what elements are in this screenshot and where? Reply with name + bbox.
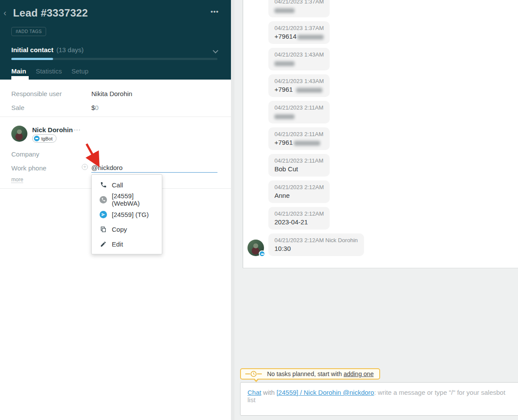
tgbot-badge-label: tgBot (41, 136, 53, 141)
menu-item-label: [24559] (TG) (112, 211, 149, 218)
company-value[interactable]: .. (91, 150, 95, 158)
message-card[interactable]: 04/21/2023 2:12AM 2023-04-21 (268, 207, 330, 230)
stage-progress-fill (11, 58, 53, 60)
responsible-user-value[interactable]: Nikita Dorohin (91, 90, 132, 97)
message-time: 04/21/2023 2:11AM (274, 104, 324, 111)
more-link[interactable]: more (11, 177, 23, 183)
overflow-menu-icon[interactable]: ••• (211, 8, 219, 15)
chat-recipient-link[interactable]: [24559] / Nick Dorohin @nickdoro (277, 389, 374, 396)
message-time: 04/21/2023 1:43AM (274, 51, 324, 58)
active-tab-indicator (11, 76, 29, 80)
phone-icon (100, 181, 107, 189)
redacted-text (274, 8, 294, 13)
pipeline-stage[interactable]: Initial contact (13 days) (11, 46, 218, 53)
message-text: +79614 (274, 33, 324, 40)
pencil-icon (100, 240, 107, 248)
message-text-visible: +79614 (274, 33, 296, 40)
message-time: 04/21/2023 2:12AM (274, 210, 324, 217)
chat-mode-link[interactable]: Chat (247, 389, 261, 396)
message-text (274, 112, 324, 120)
crm-lead-screen: ‹ Lead #3337322 ••• #ADD TAGS Initial co… (0, 0, 518, 420)
responsible-user-label: Responsible user (11, 90, 62, 97)
menu-item-tg[interactable]: [24559] (TG) (92, 207, 162, 222)
contact-avatar[interactable] (11, 126, 27, 142)
back-icon[interactable]: ‹ (3, 8, 7, 18)
lead-header: ‹ Lead #3337322 ••• #ADD TAGS Initial co… (0, 0, 231, 80)
message-text: Bob Cut (274, 165, 324, 173)
message-time: 04/21/2023 2:12AM (274, 184, 324, 190)
add-tags-button[interactable]: #ADD TAGS (11, 27, 46, 36)
message-card[interactable]: 04/21/2023 1:43AM (268, 48, 330, 70)
clock-icon (245, 370, 262, 377)
message-time: 04/21/2023 1:37AM (274, 0, 324, 5)
telegram-badge-icon (259, 250, 265, 257)
message-text: +7961 (274, 86, 324, 93)
contact-name[interactable]: Nick Dorohin (32, 126, 73, 133)
telegram-icon (100, 211, 107, 218)
add-task-link[interactable]: adding one (344, 370, 374, 377)
message-text (274, 59, 324, 67)
menu-item-copy[interactable]: Copy (92, 222, 162, 237)
message-card[interactable]: 04/21/2023 1:37AM +79614 (268, 21, 330, 44)
redacted-text (274, 61, 294, 66)
no-tasks-notice: No tasks planned, start with adding one (240, 368, 380, 380)
message-card[interactable]: 04/21/2023 2:11AM +7961 (268, 127, 330, 150)
message-text-visible: +7961 (274, 139, 293, 146)
message-text: 2023-04-21 (274, 218, 324, 226)
menu-item-label: [24559] (WebWA) (112, 192, 162, 207)
work-phone-label: Work phone (11, 164, 47, 172)
lead-tabs: Main Statistics Setup (11, 67, 88, 75)
add-phone-icon[interactable]: + (82, 164, 88, 170)
message-time: 04/21/2023 2:12AM Nick Dorohin (274, 237, 358, 243)
message-text (274, 6, 324, 13)
phone-input-underline (91, 172, 217, 173)
redacted-digits (297, 35, 324, 40)
phone-actions-menu: Call [24559] (WebWA) [24559] (TG) Copy E… (91, 174, 162, 254)
message-time: 04/21/2023 1:37AM (274, 25, 324, 31)
stage-duration: (13 days) (57, 46, 84, 53)
sale-amount: 0 (95, 104, 98, 111)
message-card[interactable]: 04/21/2023 2:11AM (268, 101, 330, 123)
menu-item-call[interactable]: Call (92, 177, 162, 192)
menu-item-label: Call (112, 181, 123, 189)
chat-message-input[interactable]: Chat with [24559] / Nick Dorohin @nickdo… (240, 382, 518, 416)
menu-item-edit[interactable]: Edit (92, 237, 162, 251)
tgbot-badge[interactable]: tgBot (32, 134, 57, 143)
message-text: Anne (274, 192, 324, 199)
copy-icon (100, 226, 107, 233)
whatsapp-icon (100, 196, 107, 203)
company-label: Company (11, 150, 39, 158)
sale-label: Sale (11, 104, 24, 111)
tab-setup[interactable]: Setup (71, 67, 88, 75)
message-avatar[interactable] (247, 240, 264, 256)
message-card[interactable]: 04/21/2023 2:12AM Anne (268, 180, 330, 203)
menu-item-webwa[interactable]: [24559] (WebWA) (92, 192, 162, 207)
page-title: Lead #3337322 (13, 7, 88, 19)
stage-progress-bar[interactable] (11, 58, 217, 60)
sale-value[interactable]: $0 (91, 104, 99, 111)
message-text: +7961 (274, 139, 324, 146)
tab-main[interactable]: Main (11, 67, 26, 75)
panel-gutter (231, 0, 234, 420)
company-row: Company .. (0, 150, 231, 159)
redacted-digits (294, 141, 320, 146)
message-card[interactable]: 04/21/2023 1:43AM +7961 (268, 74, 330, 97)
redacted-digits (296, 88, 322, 93)
work-phone-input[interactable]: @nickdoro (91, 164, 123, 171)
tab-statistics[interactable]: Statistics (36, 67, 62, 75)
chat-with-text: with (261, 389, 277, 396)
no-tasks-text: No tasks planned, start with adding one (267, 370, 374, 377)
message-card[interactable]: 04/21/2023 2:12AM Nick Dorohin 10:30 (268, 233, 364, 256)
chat-feed: 04/21/2023 1:37AM 04/21/2023 1:37AM +796… (243, 0, 518, 268)
contact-options-icon[interactable]: ··· (74, 127, 81, 133)
section-divider (0, 117, 231, 117)
responsible-user-row: Responsible user Nikita Dorohin (0, 90, 231, 99)
message-time: 04/21/2023 2:11AM (274, 131, 324, 137)
sale-row: Sale $0 (0, 104, 231, 113)
message-time: 04/21/2023 1:43AM (274, 78, 324, 84)
redacted-text (274, 114, 294, 119)
no-tasks-label: No tasks planned, start with (267, 370, 344, 377)
message-card[interactable]: 04/21/2023 2:11AM Bob Cut (268, 154, 330, 177)
telegram-bot-icon (34, 136, 40, 141)
message-card[interactable]: 04/21/2023 1:37AM (268, 0, 330, 17)
